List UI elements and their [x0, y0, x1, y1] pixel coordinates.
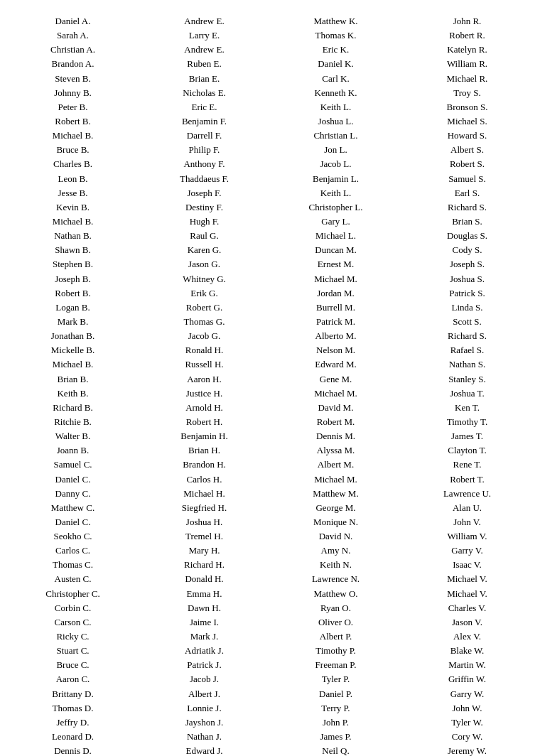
list-item: Raul G.	[190, 229, 218, 243]
list-item: Joshua S.	[450, 272, 485, 286]
list-item: Clayton T.	[448, 443, 486, 458]
list-item: Nathan J.	[187, 730, 222, 744]
list-item: James T.	[451, 429, 483, 443]
list-item: Daniel K.	[318, 57, 354, 71]
list-item: Whitney G.	[183, 272, 226, 286]
list-item: Austen C.	[55, 572, 92, 586]
list-item: Daniel C.	[55, 515, 91, 529]
list-item: Freeman P.	[315, 658, 357, 672]
list-item: Douglas S.	[447, 229, 487, 243]
list-item: Michael M.	[314, 272, 357, 286]
list-item: Jason V.	[452, 615, 482, 630]
list-item: Lawrence U.	[443, 487, 491, 501]
list-item: Monique N.	[313, 515, 358, 529]
list-item: Arnold H.	[185, 401, 223, 415]
list-item: Brandon H.	[183, 458, 226, 472]
list-item: Bruce C.	[56, 658, 89, 672]
list-item: Darrell F.	[187, 129, 222, 143]
list-item: Jason G.	[188, 257, 220, 271]
list-item: Joseph B.	[55, 272, 91, 286]
list-item: Brian H.	[188, 443, 220, 458]
list-item: Michael V.	[447, 572, 487, 586]
list-item: Dennis M.	[316, 429, 355, 443]
list-item: Russell H.	[185, 357, 223, 372]
list-item: Keith N.	[320, 558, 352, 572]
list-item: Blake W.	[450, 644, 485, 658]
list-item: Troy S.	[453, 86, 481, 100]
list-item: Brian E.	[189, 72, 220, 86]
list-item: Alberto M.	[315, 329, 357, 343]
list-item: Alex V.	[453, 630, 481, 644]
list-item: John P.	[323, 716, 349, 730]
list-item: Anthony F.	[183, 157, 225, 171]
list-item: Alyssa M.	[317, 443, 355, 458]
list-item: Tyler W.	[451, 716, 483, 730]
list-item: Carlos C.	[55, 544, 90, 558]
list-item: Keith L.	[320, 186, 351, 200]
list-item: Walter B.	[55, 429, 91, 443]
list-item: Jayshon J.	[185, 716, 223, 730]
list-item: Shawn B.	[55, 243, 91, 257]
list-item: Joseph S.	[450, 257, 485, 271]
list-item: Danny C.	[55, 487, 91, 501]
list-item: Emma H.	[187, 587, 222, 601]
list-item: Aaron C.	[56, 672, 90, 686]
list-item: Justice H.	[186, 387, 222, 401]
list-item: Jon L.	[324, 143, 347, 157]
list-item: Benjamin H.	[180, 429, 227, 443]
list-item: Seokho C.	[53, 529, 92, 544]
list-item: Edward M.	[315, 357, 357, 372]
list-item: Robert R.	[449, 28, 485, 43]
list-item: Jeffry D.	[57, 716, 90, 730]
list-item: Robert G.	[186, 301, 222, 315]
list-item: Robert B.	[55, 114, 91, 129]
list-item: Michael V.	[447, 587, 487, 601]
list-item: Ronald H.	[185, 343, 223, 357]
list-item: Johnny B.	[54, 86, 92, 100]
list-item: Mary H.	[188, 544, 220, 558]
list-item: Brittany D.	[52, 687, 94, 701]
list-item: David M.	[318, 401, 354, 415]
list-item: Mark B.	[58, 315, 88, 329]
list-item: Daniel A.	[55, 14, 91, 28]
list-item: Michael B.	[53, 215, 94, 229]
list-item: Albert M.	[318, 458, 354, 472]
list-item: Michael B.	[53, 357, 94, 372]
list-item: Joshua T.	[450, 387, 485, 401]
list-item: Alan U.	[453, 501, 482, 515]
list-item: Albert S.	[450, 143, 484, 157]
list-item: Matthew M.	[313, 487, 358, 501]
list-item: Matthew O.	[313, 587, 357, 601]
list-item: Richard H.	[184, 558, 225, 572]
list-item: Robert S.	[450, 157, 485, 171]
list-item: Ryan O.	[320, 601, 351, 615]
list-item: Michael M.	[314, 387, 357, 401]
list-item: George M.	[315, 501, 355, 515]
list-item: Robert T.	[450, 472, 485, 487]
list-item: Robert B.	[55, 286, 91, 301]
list-item: Katelyn R.	[447, 43, 487, 57]
list-item: Carl K.	[322, 72, 349, 86]
list-item: Thomas C.	[53, 558, 93, 572]
list-item: Nathan B.	[54, 229, 92, 243]
list-item: Tyler P.	[322, 672, 350, 686]
list-item: Timothy T.	[447, 415, 488, 429]
list-item: Daniel P.	[319, 687, 352, 701]
list-item: Patrick M.	[316, 315, 355, 329]
list-item: Jordan M.	[317, 286, 355, 301]
list-item: Karen G.	[188, 243, 222, 257]
list-item: Thomas D.	[53, 701, 94, 716]
list-item: Richard S.	[448, 329, 487, 343]
list-item: Edward J.	[186, 744, 223, 756]
list-item: Gene M.	[320, 372, 352, 387]
list-item: John V.	[453, 515, 481, 529]
list-item: Eric K.	[323, 43, 350, 57]
list-item: Jeremy W.	[448, 744, 487, 756]
list-item: Daniel C.	[55, 472, 91, 487]
list-item: Christian L.	[313, 129, 357, 143]
list-item: Stuart C.	[56, 644, 89, 658]
list-item: Terry P.	[321, 701, 350, 716]
list-item: Scott S.	[453, 315, 481, 329]
list-item: Tremel H.	[185, 529, 223, 544]
list-item: Destiny F.	[185, 200, 223, 215]
